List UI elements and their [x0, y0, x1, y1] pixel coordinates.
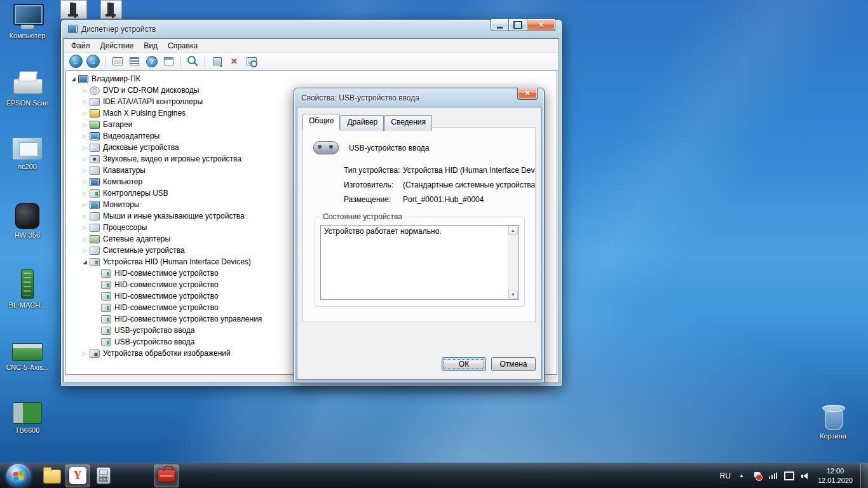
- taskbar-app-mach3-loader[interactable]: [154, 464, 179, 487]
- taskbar-app-calculator[interactable]: [92, 464, 116, 487]
- desktop-icon-label: CNC-5-Axis...: [0, 363, 55, 372]
- clock-time: 12:00: [818, 466, 853, 476]
- tree-expander-expanded[interactable]: [80, 259, 90, 265]
- tree-expander-collapsed[interactable]: [80, 179, 90, 185]
- scroll-up-button[interactable]: [508, 226, 518, 235]
- menu-view[interactable]: Вид: [139, 39, 163, 52]
- tree-expander-collapsed[interactable]: [80, 122, 90, 128]
- tree-expander-collapsed[interactable]: [80, 202, 90, 208]
- tree-expander-collapsed[interactable]: [80, 156, 90, 162]
- scan-changes-button[interactable]: [185, 55, 201, 69]
- disk-icon: [90, 144, 100, 152]
- export-button[interactable]: [161, 55, 177, 69]
- tree-expander-collapsed[interactable]: [80, 88, 90, 93]
- start-button[interactable]: [6, 464, 31, 488]
- clock[interactable]: 12:00 12.01.2020: [815, 466, 860, 485]
- update-driver-button[interactable]: [209, 55, 225, 69]
- list-view-button[interactable]: [126, 55, 142, 69]
- desktop-icon-bl-mach[interactable]: BL-MACH...: [0, 269, 55, 309]
- desktop-icon-label: Корзина: [806, 432, 860, 440]
- tree-item-label: HID-совместимое устройство управления: [114, 315, 262, 323]
- tree-expander-collapsed[interactable]: [80, 225, 90, 231]
- desktop-icon-cnc-5-axis[interactable]: CNC-5-Axis...: [0, 343, 55, 372]
- action-center-flag-icon[interactable]: [752, 471, 763, 481]
- desktop-icon-nc200[interactable]: nc200: [0, 137, 55, 171]
- volume-icon[interactable]: [800, 471, 810, 481]
- tree-item-label: Компьютер: [103, 177, 142, 186]
- video-icon: [90, 132, 100, 140]
- tree-expander-collapsed[interactable]: [80, 111, 90, 116]
- milling-machine-icon: [105, 3, 117, 17]
- tree-expander-collapsed[interactable]: [80, 214, 90, 219]
- back-button[interactable]: [68, 55, 84, 69]
- forward-button[interactable]: [85, 55, 101, 69]
- menu-file[interactable]: Файл: [66, 39, 95, 52]
- desktop-icon-computer[interactable]: Компьютер: [0, 4, 55, 40]
- tab-driver[interactable]: Драйвер: [341, 115, 384, 131]
- network-icon: [90, 235, 100, 243]
- mach3-app-1[interactable]: [60, 0, 87, 19]
- desktop-icon-label: Компьютер: [0, 32, 55, 40]
- scan-hardware-button[interactable]: [243, 55, 259, 69]
- tree-expander-collapsed[interactable]: [80, 168, 90, 173]
- recycle-bin-icon: [822, 404, 844, 430]
- tree-expander-expanded[interactable]: [69, 76, 78, 82]
- language-indicator[interactable]: RU: [714, 471, 736, 480]
- tree-expander-collapsed[interactable]: [80, 236, 90, 242]
- field-label: Размещение:: [344, 195, 403, 204]
- toolbar-separator: [205, 56, 205, 67]
- desktop-icon-tb6600[interactable]: TB6600: [0, 402, 55, 435]
- cancel-button[interactable]: Отмена: [491, 357, 536, 371]
- device-manager-titlebar[interactable]: Диспетчер устройств: [64, 20, 559, 38]
- hid-icon: [101, 269, 111, 278]
- properties-dialog: Свойства: USB-устройство ввода ОбщиеДрай…: [294, 88, 545, 383]
- menu-action[interactable]: Действие: [95, 39, 139, 52]
- help-button[interactable]: [144, 55, 159, 69]
- field-value: Устройства HID (Human Interface Devices): [403, 166, 536, 175]
- cpu-icon: [90, 224, 100, 232]
- close-button[interactable]: [527, 19, 555, 31]
- desktop-icon-epson-scan[interactable]: EPSON Scan: [0, 71, 55, 107]
- tree-item-label: Владимир-ПК: [92, 74, 140, 83]
- tree-item-label: Звуковые, видео и игровые устройства: [103, 154, 241, 163]
- tree-expander-collapsed[interactable]: [80, 145, 90, 151]
- ide-icon: [90, 98, 100, 106]
- hidden-icons-arrow-icon[interactable]: [736, 471, 747, 481]
- minimize-button[interactable]: [491, 19, 509, 31]
- ok-button[interactable]: ОК: [442, 357, 486, 371]
- taskbar-apps: Y: [39, 463, 179, 488]
- tree-expander-collapsed[interactable]: [80, 133, 90, 139]
- tree-expander-collapsed[interactable]: [80, 99, 90, 105]
- mach3-app-2[interactable]: [100, 0, 122, 19]
- field-label: Тип устройства:: [344, 166, 403, 175]
- device-manager-icon: [68, 25, 78, 33]
- network-status-icon[interactable]: [784, 471, 794, 481]
- tree-expander-collapsed[interactable]: [80, 191, 90, 196]
- tree-expander-collapsed[interactable]: [80, 248, 90, 254]
- dialog-titlebar[interactable]: Свойства: USB-устройство ввода: [297, 88, 541, 107]
- network-signal-icon[interactable]: [768, 471, 778, 481]
- desktop-icon-label: nc200: [0, 163, 55, 171]
- show-computer-button[interactable]: [109, 55, 125, 69]
- show-desktop-button[interactable]: [860, 463, 868, 488]
- desktop-icon-hw-356[interactable]: HW-356: [0, 203, 55, 240]
- nc200-icon: [12, 137, 43, 160]
- taskbar-app-yandex-browser[interactable]: Y: [65, 464, 90, 487]
- maximize-button[interactable]: [509, 19, 527, 31]
- uninstall-button[interactable]: [226, 55, 242, 69]
- tab-details[interactable]: Сведения: [384, 115, 432, 131]
- hid-icon: [101, 304, 111, 312]
- tree-item-label: USB-устройство ввода: [114, 326, 195, 335]
- tab-general[interactable]: Общие: [302, 114, 340, 130]
- scroll-down-button[interactable]: [508, 290, 518, 299]
- device-status-box[interactable]: Устройство работает нормально.: [320, 225, 519, 300]
- menu-help[interactable]: Справка: [163, 39, 203, 52]
- tree-item[interactable]: Владимир-ПК: [66, 73, 557, 85]
- dialog-close-button[interactable]: [517, 88, 538, 100]
- window-controls: [491, 19, 555, 31]
- tree-item-label: Мыши и иные указывающие устройства: [103, 212, 245, 220]
- status-scrollbar[interactable]: [508, 226, 519, 299]
- tree-expander-collapsed[interactable]: [80, 351, 90, 356]
- taskbar-app-explorer[interactable]: [39, 464, 64, 487]
- desktop-icon-recycle-bin[interactable]: Корзина: [806, 404, 860, 440]
